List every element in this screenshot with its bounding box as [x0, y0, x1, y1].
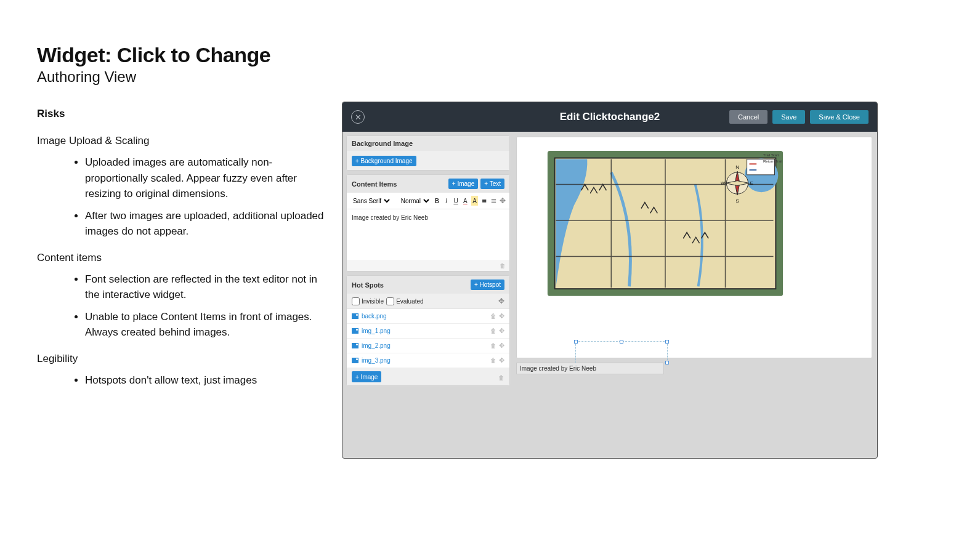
svg-text:W: W	[721, 180, 726, 186]
list-item: Hotspots don't allow text, just images	[85, 372, 326, 388]
list-item: After two images are uploaded, additiona…	[85, 208, 326, 239]
move-icon[interactable]: ✥	[499, 312, 504, 320]
editor-screenshot: ✕ Edit Clicktochange2 Cancel Save Save &…	[342, 102, 878, 459]
list-item: Font selection are reflected in the text…	[85, 271, 326, 303]
trash-icon[interactable]	[490, 342, 496, 350]
trash-icon[interactable]	[500, 262, 506, 269]
section-heading: Content items	[37, 252, 326, 264]
section-heading: Image Upload & Scaling	[37, 135, 326, 147]
font-family-select[interactable]: Sans Serif	[350, 197, 392, 205]
legend-entry: Return Trail	[763, 158, 782, 164]
save-button[interactable]: Save	[772, 110, 805, 124]
canvas-caption[interactable]: Image created by Eric Neeb	[516, 363, 664, 374]
highlight-icon[interactable]: A	[471, 196, 478, 206]
unordered-list-icon[interactable]: ☰	[490, 196, 497, 206]
trash-icon[interactable]	[490, 356, 496, 364]
list-item: Unable to place Content Items in front o…	[85, 309, 326, 340]
bg-section-title: Background Image	[352, 140, 413, 147]
move-icon[interactable]: ✥	[499, 342, 504, 350]
move-icon[interactable]: ✥	[498, 297, 504, 305]
image-icon	[352, 358, 358, 363]
content-section-title: Content Items	[352, 180, 397, 188]
image-icon	[352, 328, 358, 334]
cancel-button[interactable]: Cancel	[729, 110, 767, 124]
page-subtitle: Authoring View	[37, 68, 326, 86]
file-row[interactable]: back.png ✥	[347, 309, 509, 324]
trash-icon[interactable]	[490, 327, 496, 335]
save-close-button[interactable]: Save & Close	[810, 110, 869, 124]
content-text-editor[interactable]: Image created by Eric Neeb	[347, 209, 509, 260]
image-icon	[352, 313, 358, 319]
add-background-image-button[interactable]: + Background Image	[352, 156, 416, 166]
trash-icon[interactable]	[498, 371, 504, 382]
font-weight-select[interactable]: Normal	[399, 197, 431, 205]
section-heading: Legibility	[37, 353, 326, 365]
map-illustration: N E S W	[545, 148, 785, 299]
add-hotspot-image-button[interactable]: + Image	[352, 371, 381, 382]
canvas[interactable]: N E S W Trail Start Return Trail	[516, 137, 872, 358]
image-icon	[352, 343, 358, 348]
hotspot-section-title: Hot Spots	[352, 281, 384, 289]
evaluated-checkbox[interactable]: Evaluated	[386, 297, 423, 305]
trash-icon[interactable]	[490, 312, 496, 320]
move-icon[interactable]: ✥	[500, 196, 506, 205]
svg-text:E: E	[750, 180, 753, 186]
page-title: Widget: Click to Change	[37, 43, 326, 67]
list-item: Uploaded images are automatically non-pr…	[85, 155, 326, 202]
text-color-icon[interactable]: A	[462, 196, 469, 206]
move-icon[interactable]: ✥	[499, 327, 504, 335]
bold-icon[interactable]: B	[434, 196, 440, 206]
risks-heading: Risks	[37, 108, 326, 120]
file-row[interactable]: img_2.png ✥	[347, 339, 509, 353]
move-icon[interactable]: ✥	[499, 356, 504, 364]
svg-text:N: N	[735, 164, 739, 170]
ordered-list-icon[interactable]: ≣	[480, 196, 487, 206]
svg-text:S: S	[735, 198, 739, 204]
file-row[interactable]: img_3.png ✥	[347, 353, 509, 368]
file-row[interactable]: img_1.png ✥	[347, 324, 509, 339]
add-hotspot-button[interactable]: + Hotspot	[471, 280, 504, 290]
italic-icon[interactable]: I	[443, 196, 450, 206]
legend-entry: Trail Start	[763, 152, 782, 158]
invisible-checkbox[interactable]: Invisible	[352, 297, 384, 305]
close-icon[interactable]: ✕	[351, 110, 365, 124]
add-content-text-button[interactable]: + Text	[480, 179, 504, 189]
underline-icon[interactable]: U	[452, 196, 459, 206]
add-content-image-button[interactable]: + Image	[448, 179, 478, 189]
